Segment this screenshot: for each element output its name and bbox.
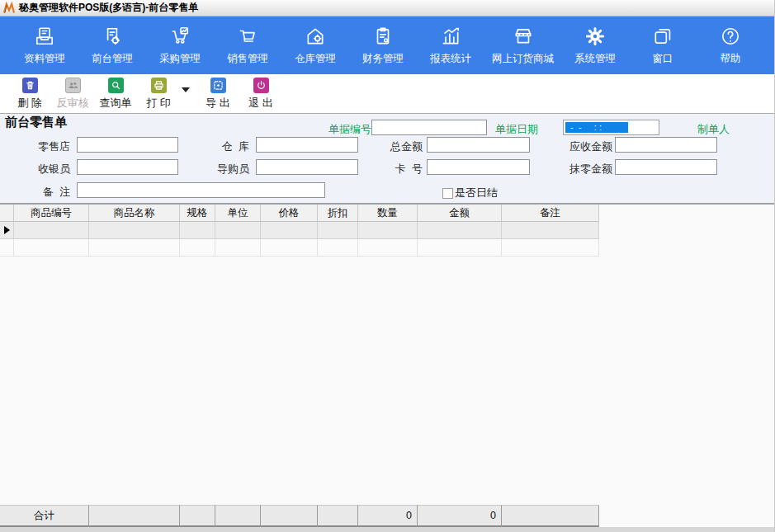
- export-icon: [210, 78, 226, 93]
- grid-cell[interactable]: [14, 239, 89, 257]
- grid-cell[interactable]: [318, 222, 358, 239]
- col-header-price[interactable]: 价格: [261, 205, 318, 222]
- col-header-discount[interactable]: 折扣: [318, 205, 358, 222]
- print-button[interactable]: 打 印: [137, 78, 180, 111]
- grid-cell[interactable]: [180, 239, 215, 257]
- grid-current-row[interactable]: [0, 222, 775, 239]
- gear-icon: [584, 26, 606, 47]
- grid-cell[interactable]: [89, 239, 180, 257]
- menu-warehouse-management[interactable]: 仓库管理: [289, 26, 342, 66]
- col-header-remark[interactable]: 备注: [502, 205, 599, 222]
- grid-cell[interactable]: [502, 222, 599, 239]
- col-header-quantity[interactable]: 数量: [358, 205, 418, 222]
- remark-input[interactable]: [77, 182, 325, 198]
- grid-cell[interactable]: [502, 239, 599, 257]
- col-header-spec[interactable]: 规格: [180, 205, 215, 222]
- grid-cell[interactable]: [89, 222, 180, 239]
- trash-icon: [22, 78, 38, 93]
- page-title: 前台零售单: [5, 115, 67, 130]
- cashier-label: 收银员: [24, 162, 70, 177]
- menu-label: 前台管理: [92, 52, 133, 66]
- col-header-product-code[interactable]: 商品编号: [14, 205, 89, 222]
- menu-front-desk-management[interactable]: 前台管理: [86, 26, 139, 66]
- doc-no-input[interactable]: [371, 120, 487, 135]
- menu-system-management[interactable]: 系统管理: [569, 26, 621, 66]
- summary-cell: [261, 505, 318, 527]
- grid-cell[interactable]: [418, 239, 502, 257]
- retail-store-input[interactable]: [77, 137, 178, 153]
- grid-cell[interactable]: [14, 222, 89, 239]
- menu-label: 报表统计: [430, 52, 471, 66]
- grid-indicator-header: [0, 205, 14, 222]
- total-amount-input[interactable]: [427, 137, 530, 153]
- receivable-input[interactable]: [615, 137, 717, 153]
- bar-chart-icon: [440, 26, 461, 47]
- grid-cell[interactable]: [358, 239, 418, 257]
- menu-sales-management[interactable]: 销售管理: [221, 26, 274, 66]
- export-button[interactable]: 导 出: [196, 78, 239, 111]
- warehouse-gear-icon: [305, 26, 326, 47]
- button-label: 退 出: [248, 96, 273, 111]
- menu-label: 销售管理: [227, 52, 268, 66]
- row-indicator-cell: [0, 222, 14, 239]
- query-order-button[interactable]: 查询单: [94, 78, 137, 111]
- guide-label: 导购员: [203, 162, 249, 177]
- grid-empty-row[interactable]: [0, 239, 775, 257]
- card-no-input[interactable]: [427, 159, 530, 175]
- menu-label: 仓库管理: [295, 52, 336, 66]
- summary-total-label: 合计: [0, 505, 89, 527]
- clipboard-icon: [372, 26, 394, 47]
- title-bar: 秘奥管理软件POS版(多语言)-前台零售单: [0, 0, 775, 16]
- documents-tray-icon: [34, 26, 55, 47]
- menu-label: 窗口: [653, 52, 673, 66]
- receivable-label: 应收金额: [566, 139, 612, 154]
- grid-cell[interactable]: [358, 222, 418, 239]
- help-icon: [720, 26, 741, 47]
- doc-no-label: 单据编号: [328, 122, 371, 137]
- button-label: 导 出: [206, 96, 230, 111]
- app-window: 秘奥管理软件POS版(多语言)-前台零售单 资料管理 前台管理 采购管理: [0, 0, 775, 532]
- daily-settle-checkbox[interactable]: [442, 188, 453, 199]
- windows-icon: [652, 26, 673, 47]
- grid-cell[interactable]: [261, 239, 318, 257]
- exit-button[interactable]: 退 出: [239, 78, 282, 111]
- col-header-unit[interactable]: 单位: [215, 205, 261, 222]
- menu-purchase-management[interactable]: 采购管理: [154, 26, 206, 66]
- row-indicator-cell: [0, 239, 14, 257]
- grid-cell[interactable]: [318, 239, 358, 257]
- menu-window[interactable]: 窗口: [636, 26, 689, 66]
- grid-cell[interactable]: [418, 222, 502, 239]
- current-row-pointer-icon: [4, 226, 10, 234]
- menu-help[interactable]: 帮助: [704, 26, 757, 66]
- delete-button[interactable]: 删 除: [8, 78, 51, 111]
- rounding-input[interactable]: [615, 159, 717, 175]
- menu-report-statistics[interactable]: 报表统计: [424, 26, 477, 66]
- menu-label: 资料管理: [24, 52, 65, 66]
- printer-icon: [151, 78, 167, 93]
- print-dropdown-caret[interactable]: [182, 87, 190, 92]
- cashier-input[interactable]: [77, 159, 178, 175]
- menu-label: 系统管理: [574, 52, 616, 66]
- rounding-label: 抹零金额: [566, 162, 612, 177]
- col-header-product-name[interactable]: 商品名称: [89, 205, 180, 222]
- grid-cell[interactable]: [215, 222, 261, 239]
- retail-store-label: 零售店: [24, 139, 70, 154]
- grid-cell[interactable]: [261, 222, 318, 239]
- grid-cell[interactable]: [180, 222, 215, 239]
- doc-date-label: 单据日期: [495, 122, 541, 137]
- cart-chart-icon: [169, 26, 191, 47]
- doc-date-input[interactable]: - - : :: [563, 120, 659, 135]
- menu-data-management[interactable]: 资料管理: [18, 26, 71, 66]
- col-header-amount[interactable]: 金额: [418, 205, 502, 222]
- menu-label: 网上订货商城: [492, 52, 554, 66]
- doc-date-selected-mask: - - : :: [565, 122, 628, 133]
- button-label: 删 除: [17, 96, 42, 111]
- summary-cell: [180, 505, 215, 527]
- guide-input[interactable]: [256, 159, 358, 175]
- warehouse-input[interactable]: [256, 137, 358, 153]
- grid-cell[interactable]: [215, 239, 261, 257]
- remark-label: 备 注: [24, 185, 70, 200]
- menu-finance-management[interactable]: 财务管理: [357, 26, 409, 66]
- menu-online-mall[interactable]: 网上订货商城: [492, 26, 554, 66]
- summary-cell: [89, 505, 180, 527]
